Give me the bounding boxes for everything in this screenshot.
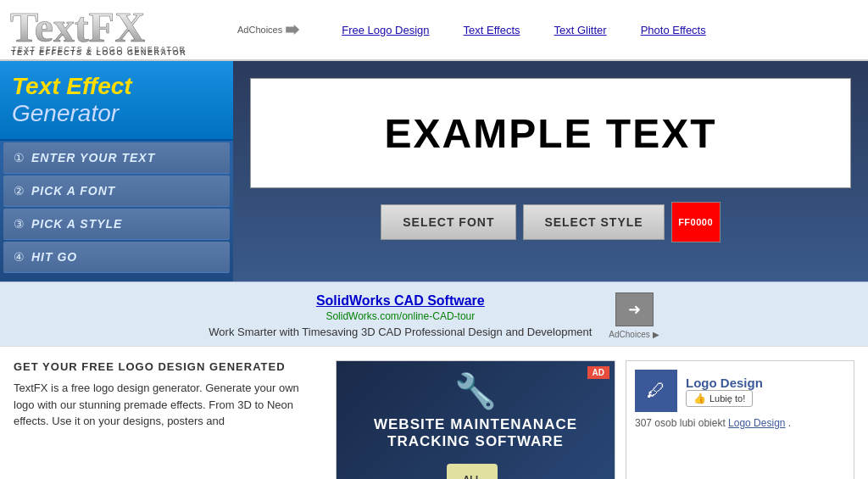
- nav-photo-effects[interactable]: Photo Effects: [641, 24, 706, 36]
- bottom-section: GET YOUR FREE LOGO DESIGN GENERATED Text…: [0, 346, 868, 479]
- ad-choices-text: AdChoices: [609, 330, 649, 339]
- nav-text-glitter[interactable]: Text Glitter: [554, 24, 607, 36]
- bottom-left: GET YOUR FREE LOGO DESIGN GENERATED Text…: [14, 360, 336, 479]
- fb-like-button[interactable]: 👍 Lubię to!: [686, 390, 753, 407]
- fb-avatar-icon: 🖊: [647, 380, 665, 402]
- color-picker-box[interactable]: FF0000: [671, 202, 721, 242]
- ad-banner: AD 🔧 WEBSITE MAINTENANACE TRACKING SOFTW…: [337, 361, 615, 479]
- fb-count-label: 307 osob lubi obiekt: [635, 417, 726, 429]
- ad-text-block: SolidWorks CAD Software SolidWorks.com/o…: [209, 293, 592, 339]
- sidebar-item-label-4: Hit Go: [31, 250, 77, 264]
- sidebar-item-number-3: ③: [14, 217, 25, 231]
- sidebar: Text Effect Generator ① Enter Your Text …: [0, 61, 233, 281]
- sidebar-item-pick-style[interactable]: ③ Pick A Style: [3, 209, 230, 240]
- sidebar-item-number-2: ②: [14, 184, 25, 198]
- fb-page-title[interactable]: Logo Design: [686, 376, 763, 390]
- sidebar-header: Text Effect Generator: [0, 61, 233, 141]
- logo-area: TextFX TEXT EFFECTS & LOGO GENERATOR TEX…: [8, 3, 229, 57]
- header: TextFX TEXT EFFECTS & LOGO GENERATOR TEX…: [0, 0, 868, 61]
- fb-count-text: 307 osob lubi obiekt Logo Design .: [635, 417, 845, 429]
- logo-svg: TextFX TEXT EFFECTS & LOGO GENERATOR: [8, 3, 212, 53]
- content-area: EXAMPLE TEXT SELECT FONT SELECT STYLE FF…: [233, 61, 868, 281]
- ad-choices-small: AdChoices ▶: [609, 330, 659, 339]
- ad-arrow-button[interactable]: ➜: [615, 292, 654, 326]
- select-font-button[interactable]: SELECT FONT: [381, 204, 516, 240]
- fb-period: .: [788, 417, 791, 429]
- ad-desc: Work Smarter with Timesaving 3D CAD Prof…: [209, 326, 592, 338]
- sidebar-item-number-1: ①: [14, 151, 25, 164]
- bottom-left-heading: GET YOUR FREE LOGO DESIGN GENERATED: [14, 360, 322, 373]
- bottom-mid-ad: AD 🔧 WEBSITE MAINTENANACE TRACKING SOFTW…: [336, 360, 615, 479]
- ad-banner-badge: ALL TOGETHER NOW: [447, 464, 498, 479]
- sidebar-item-number-4: ④: [14, 250, 25, 264]
- ad-right: ➜ AdChoices ▶: [609, 292, 659, 339]
- ad-banner-title: WEBSITE MAINTENANACE TRACKING SOFTWARE: [347, 416, 604, 450]
- controls-row: SELECT FONT SELECT STYLE FF0000: [381, 202, 720, 242]
- ad-row: SolidWorks CAD Software SolidWorks.com/o…: [17, 292, 851, 339]
- sidebar-generator-part: Generator: [12, 100, 119, 126]
- nav-free-logo[interactable]: Free Logo Design: [342, 24, 429, 36]
- fb-avatar: 🖊: [635, 370, 677, 412]
- sidebar-item-label-1: Enter Your Text: [31, 151, 155, 164]
- fb-info: Logo Design 👍 Lubię to!: [686, 376, 763, 407]
- adchoices-label: AdChoices: [237, 25, 282, 35]
- fb-box-header: 🖊 Logo Design 👍 Lubię to!: [635, 370, 845, 412]
- adchoices-icon: [286, 25, 299, 35]
- select-style-button[interactable]: SELECT STYLE: [523, 204, 664, 240]
- sidebar-item-pick-font[interactable]: ② Pick A Font: [3, 175, 230, 207]
- sidebar-header-text: Text Effect Generator: [12, 73, 221, 127]
- main-wrapper: Text Effect Generator ① Enter Your Text …: [0, 61, 868, 281]
- ad-banner-icon: 🔧: [454, 371, 497, 411]
- fb-thumb-icon: 👍: [693, 393, 706, 404]
- nav-text-effects[interactable]: Text Effects: [464, 24, 520, 36]
- ad-title-link[interactable]: SolidWorks CAD Software: [316, 293, 485, 308]
- preview-box: EXAMPLE TEXT: [250, 78, 851, 188]
- sidebar-item-label-3: Pick A Style: [31, 217, 122, 231]
- ad-section: SolidWorks CAD Software SolidWorks.com/o…: [0, 281, 868, 346]
- ad-banner-tag: AD: [587, 366, 609, 379]
- fb-like-label: Lubię to!: [709, 393, 745, 404]
- ad-choices-icon-small: ▶: [653, 330, 659, 339]
- fb-logo-link[interactable]: Logo Design: [728, 417, 785, 429]
- sidebar-item-hit-go[interactable]: ④ Hit Go: [3, 242, 230, 273]
- sidebar-item-label-2: Pick A Font: [31, 184, 115, 198]
- logo-main-text: TextFX: [10, 3, 145, 51]
- adchoices-nav: AdChoices: [237, 25, 299, 35]
- ad-url: SolidWorks.com/online-CAD-tour: [209, 310, 592, 322]
- bottom-left-body: TextFX is a free logo design generator. …: [14, 380, 322, 430]
- sidebar-item-enter-text[interactable]: ① Enter Your Text: [3, 142, 230, 174]
- ad-arrow-icon: ➜: [628, 300, 641, 319]
- sidebar-text-part: Text Effect: [12, 73, 132, 99]
- preview-text: EXAMPLE TEXT: [384, 110, 716, 157]
- bottom-right: 🖊 Logo Design 👍 Lubię to! 307 osob lubi …: [626, 360, 854, 479]
- main-nav: AdChoices Free Logo Design Text Effects …: [229, 24, 860, 36]
